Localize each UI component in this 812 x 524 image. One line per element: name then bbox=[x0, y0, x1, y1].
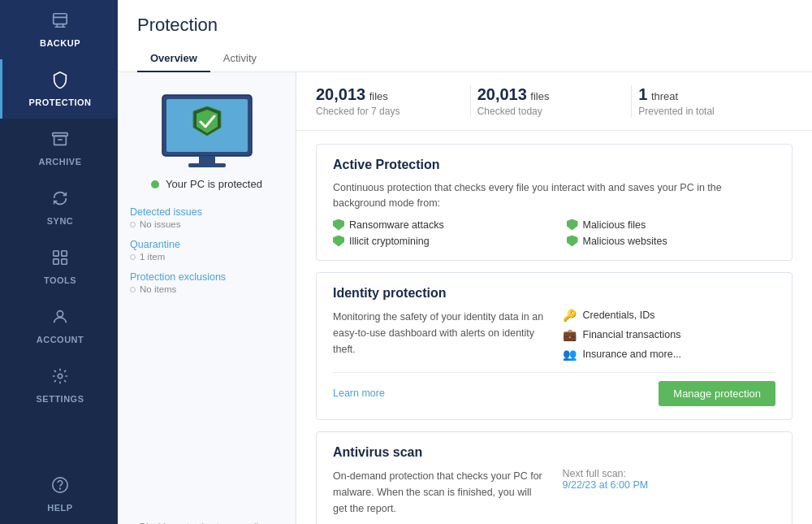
identity-feature-2: 👥 Insurance and more... bbox=[563, 348, 776, 361]
page-title-bar: Protection Overview Activity bbox=[118, 0, 812, 72]
content-area: Your PC is protected Detected issues No … bbox=[118, 72, 812, 524]
sidebar-item-account[interactable]: ACCOUNT bbox=[0, 297, 118, 356]
detected-dot bbox=[130, 222, 136, 227]
next-scan-label: Next full scan: bbox=[563, 468, 776, 479]
identity-feature-1: 💼 Financial transactions bbox=[563, 328, 776, 341]
sidebar-label-settings: SETTINGS bbox=[36, 394, 84, 404]
sidebar-item-protection[interactable]: PROTECTION bbox=[0, 59, 118, 119]
svg-point-10 bbox=[60, 488, 61, 489]
svg-rect-4 bbox=[62, 251, 67, 256]
antivirus-scan-card: Antivirus scan On-demand protection that… bbox=[316, 431, 793, 525]
next-scan-info: Next full scan: 9/22/23 at 6:00 PM bbox=[563, 468, 776, 517]
stat-desc-2: Prevented in total bbox=[638, 106, 773, 117]
main-content: Protection Overview Activity bbox=[118, 0, 812, 524]
status-dot bbox=[151, 180, 159, 188]
svg-rect-0 bbox=[54, 14, 67, 24]
quarantine-sub: 1 item bbox=[130, 252, 283, 262]
shield-icon-1 bbox=[567, 219, 578, 231]
svg-point-7 bbox=[57, 311, 63, 317]
detected-issues-link[interactable]: Detected issues No issues bbox=[130, 206, 283, 229]
sidebar-links: Detected issues No issues Quarantine 1 i… bbox=[130, 206, 283, 294]
protection-item-0: Ransomware attacks bbox=[333, 219, 542, 231]
stat-number-2: 1 threat bbox=[638, 85, 773, 104]
sidebar-item-archive[interactable]: ARCHIVE bbox=[0, 119, 118, 178]
tab-activity[interactable]: Activity bbox=[210, 45, 270, 72]
stat-checked-today: 20,013 files Checked today bbox=[471, 85, 633, 117]
detected-issues-sub: No issues bbox=[130, 219, 283, 229]
exclusions-link[interactable]: Protection exclusions No items bbox=[130, 271, 283, 294]
identity-protection-title: Identity protection bbox=[333, 286, 775, 301]
pause-info: Disable protection temporarily or perman… bbox=[130, 520, 283, 525]
insurance-icon: 👥 bbox=[563, 348, 577, 361]
active-protection-card: Active Protection Continuous protection … bbox=[316, 144, 793, 261]
sidebar-label-account: ACCOUNT bbox=[37, 335, 84, 344]
manage-protection-button[interactable]: Manage protection bbox=[659, 381, 775, 406]
shield-icon-3 bbox=[567, 236, 578, 247]
shield-icon-2 bbox=[333, 236, 344, 247]
sidebar-label-protection: PROTECTION bbox=[28, 97, 91, 107]
active-protection-title: Active Protection bbox=[333, 158, 775, 172]
sidebar-item-tools[interactable]: TOOLS bbox=[0, 237, 118, 297]
financial-icon: 💼 bbox=[563, 328, 577, 341]
sidebar-label-sync: SYNC bbox=[47, 216, 74, 226]
account-icon bbox=[51, 308, 69, 330]
protected-status: Your PC is protected bbox=[151, 178, 262, 190]
archive-icon bbox=[51, 130, 69, 152]
tab-overview[interactable]: Overview bbox=[137, 45, 210, 72]
antivirus-desc: On-demand protection that checks your PC… bbox=[333, 468, 546, 517]
identity-features: 🔑 Credentials, IDs 💼 Financial transacti… bbox=[563, 309, 776, 361]
exclusions-dot bbox=[130, 287, 136, 292]
exclusions-sub: No items bbox=[130, 284, 283, 294]
svg-rect-2 bbox=[54, 136, 67, 145]
stat-desc-1: Checked today bbox=[477, 106, 612, 117]
stats-row: 20,013 files Checked for 7 days 20,013 f… bbox=[296, 72, 812, 131]
tabs: Overview Activity bbox=[137, 45, 793, 71]
next-scan-date: 9/22/23 at 6:00 PM bbox=[563, 479, 776, 491]
sidebar-label-help: HELP bbox=[47, 503, 72, 513]
sidebar-label-tools: TOOLS bbox=[44, 275, 76, 285]
protection-item-3: Malicious websites bbox=[567, 236, 776, 247]
tools-icon bbox=[51, 249, 69, 271]
svg-rect-6 bbox=[62, 259, 67, 264]
antivirus-content: On-demand protection that checks your PC… bbox=[333, 468, 775, 517]
sidebar: BACKUP PROTECTION ARCHIVE SYNC bbox=[0, 0, 118, 524]
sidebar-item-backup[interactable]: BACKUP bbox=[0, 0, 118, 59]
quarantine-label[interactable]: Quarantine bbox=[130, 239, 283, 250]
credentials-icon: 🔑 bbox=[563, 309, 577, 322]
identity-card-footer: Learn more Manage protection bbox=[333, 372, 775, 406]
settings-icon bbox=[51, 367, 69, 389]
sidebar-item-help[interactable]: HELP bbox=[0, 465, 118, 524]
active-protection-desc: Continuous protection that checks every … bbox=[333, 180, 775, 211]
identity-feature-0: 🔑 Credentials, IDs bbox=[563, 309, 776, 322]
svg-rect-5 bbox=[54, 259, 58, 264]
antivirus-title: Antivirus scan bbox=[333, 445, 775, 460]
right-panel: 20,013 files Checked for 7 days 20,013 f… bbox=[296, 72, 812, 524]
sidebar-item-settings[interactable]: SETTINGS bbox=[0, 356, 118, 415]
backup-icon bbox=[51, 11, 69, 33]
quarantine-dot bbox=[130, 254, 136, 260]
stat-checked-7days: 20,013 files Checked for 7 days bbox=[316, 85, 471, 117]
learn-more-link[interactable]: Learn more bbox=[333, 388, 385, 399]
exclusions-label[interactable]: Protection exclusions bbox=[130, 271, 283, 283]
stat-desc-0: Checked for 7 days bbox=[316, 106, 451, 117]
stat-threats: 1 threat Prevented in total bbox=[632, 85, 793, 117]
cards-area: Active Protection Continuous protection … bbox=[296, 131, 812, 524]
svg-point-8 bbox=[58, 374, 63, 379]
protection-icon bbox=[51, 71, 69, 93]
quarantine-link[interactable]: Quarantine 1 item bbox=[130, 239, 283, 262]
left-panel: Your PC is protected Detected issues No … bbox=[118, 72, 296, 524]
protection-item-1: Malicious files bbox=[567, 219, 776, 231]
monitor-illustration bbox=[154, 89, 260, 178]
sync-icon bbox=[51, 189, 69, 211]
identity-card-content: Monitoring the safety of your identity d… bbox=[333, 309, 775, 361]
sidebar-label-backup: BACKUP bbox=[40, 38, 80, 48]
identity-desc: Monitoring the safety of your identity d… bbox=[333, 309, 546, 361]
status-label: Your PC is protected bbox=[166, 178, 262, 190]
sidebar-item-sync[interactable]: SYNC bbox=[0, 178, 118, 237]
detected-issues-label[interactable]: Detected issues bbox=[130, 206, 283, 218]
stat-number-0: 20,013 files bbox=[316, 85, 451, 104]
stat-number-1: 20,013 files bbox=[477, 85, 612, 104]
help-icon bbox=[51, 476, 69, 498]
svg-rect-15 bbox=[199, 156, 215, 164]
protection-grid: Ransomware attacks Malicious files Illic… bbox=[333, 219, 775, 247]
